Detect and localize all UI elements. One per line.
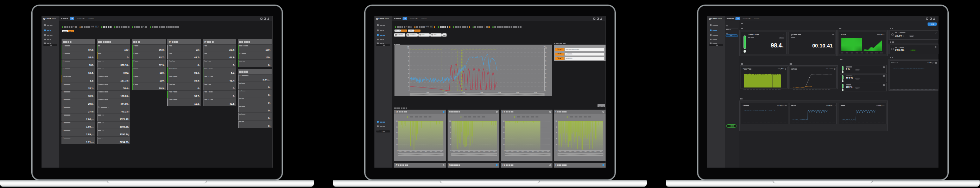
- svg-text:16:16: 16:16: [776, 122, 778, 123]
- svg-text:60: 60: [396, 132, 398, 134]
- svg-text:60: 60: [450, 132, 451, 134]
- svg-text:02:17: 02:17: [846, 122, 848, 123]
- svg-text:12:00: 12:00: [812, 89, 815, 90]
- svg-text:18:33: 18:33: [878, 122, 880, 123]
- svg-text:20:00: 20:00: [825, 89, 827, 90]
- svg-text:15:00: 15:00: [865, 52, 868, 54]
- svg-text:90: 90: [408, 52, 409, 53]
- svg-text:40: 40: [396, 138, 398, 139]
- svg-text:16:00: 16:00: [818, 89, 821, 90]
- svg-text:0600: 0600: [574, 151, 576, 153]
- svg-text:14:00: 14:00: [766, 89, 768, 90]
- svg-text:18:00: 18:00: [870, 52, 873, 54]
- svg-text:0900: 0900: [584, 151, 587, 153]
- svg-text:1200: 1200: [542, 151, 544, 153]
- svg-text:12:42: 12:42: [917, 89, 920, 90]
- svg-text:21:00: 21:00: [875, 52, 878, 54]
- svg-text:20:50: 20:50: [882, 122, 884, 123]
- svg-text:0150: 0150: [506, 151, 509, 153]
- svg-text:04:34: 04:34: [901, 89, 904, 90]
- svg-text:30: 30: [545, 77, 546, 79]
- svg-text:02:17: 02:17: [796, 122, 799, 123]
- svg-text:40: 40: [545, 73, 546, 74]
- svg-text:14:59: 14:59: [772, 122, 774, 123]
- svg-text:0450: 0450: [570, 151, 571, 153]
- svg-text:06:51: 06:51: [756, 122, 758, 123]
- svg-text:10: 10: [545, 86, 546, 87]
- svg-text:06:00: 06:00: [803, 89, 805, 90]
- svg-text:0150: 0150: [453, 151, 455, 153]
- svg-text:0900: 0900: [532, 151, 534, 153]
- svg-text:40: 40: [450, 138, 451, 139]
- svg-text:0450: 0450: [463, 151, 465, 153]
- svg-text:00:00: 00:00: [743, 89, 746, 90]
- svg-text:1200: 1200: [488, 151, 490, 153]
- svg-text:14:59: 14:59: [870, 122, 872, 123]
- svg-text:00:00: 00:00: [880, 52, 883, 54]
- svg-text:40: 40: [408, 73, 409, 74]
- svg-text:60: 60: [556, 132, 558, 134]
- svg-text:06:51: 06:51: [804, 122, 807, 123]
- svg-text:10:25: 10:25: [913, 89, 916, 90]
- svg-text:06:00: 06:00: [851, 52, 853, 54]
- svg-text:08:08: 08:08: [909, 89, 912, 90]
- svg-text:0150: 0150: [559, 151, 561, 153]
- svg-text:02:17: 02:17: [748, 122, 750, 123]
- svg-text:100: 100: [407, 47, 409, 49]
- svg-text:20: 20: [450, 144, 451, 145]
- svg-text:80: 80: [545, 56, 546, 57]
- svg-text:30: 30: [408, 77, 409, 79]
- svg-text:100: 100: [545, 47, 547, 49]
- svg-text:90: 90: [545, 52, 546, 53]
- svg-text:14:59: 14:59: [921, 89, 924, 90]
- svg-text:100: 100: [556, 120, 557, 122]
- svg-text:18:00: 18:00: [822, 89, 824, 90]
- svg-text:0750: 0750: [473, 151, 476, 153]
- svg-text:18:00: 18:00: [772, 89, 775, 90]
- svg-text:04:34: 04:34: [800, 122, 803, 123]
- svg-text:0300: 0300: [405, 151, 407, 153]
- svg-text:10:25: 10:25: [764, 122, 766, 123]
- svg-text:70: 70: [408, 60, 409, 62]
- svg-text:0300: 0300: [564, 151, 566, 153]
- svg-text:08:00: 08:00: [444, 92, 447, 93]
- svg-text:20: 20: [408, 82, 409, 83]
- svg-text:04:34: 04:34: [752, 122, 754, 123]
- svg-text:0600: 0600: [415, 151, 417, 153]
- svg-text:10:25: 10:25: [862, 122, 864, 123]
- svg-text:18:33: 18:33: [780, 122, 782, 123]
- svg-text:16:16: 16:16: [874, 122, 876, 123]
- svg-text:08:08: 08:08: [760, 122, 762, 123]
- svg-text:04:00: 04:00: [426, 92, 429, 93]
- svg-text:60: 60: [503, 132, 504, 134]
- svg-text:12:42: 12:42: [816, 122, 819, 123]
- svg-text:08:08: 08:08: [858, 122, 861, 123]
- svg-text:22:00: 22:00: [778, 89, 781, 90]
- svg-text:24:00: 24:00: [516, 92, 519, 93]
- svg-text:1350: 1350: [547, 151, 549, 153]
- svg-text:06:00: 06:00: [753, 89, 756, 90]
- svg-text:16:16: 16:16: [925, 89, 928, 90]
- svg-text:0450: 0450: [517, 151, 519, 153]
- svg-text:20: 20: [503, 144, 504, 145]
- svg-text:00:00: 00:00: [792, 122, 795, 123]
- svg-text:18:33: 18:33: [829, 122, 831, 123]
- svg-text:00:00: 00:00: [842, 122, 844, 123]
- svg-text:1050: 1050: [537, 151, 539, 153]
- svg-text:16:00: 16:00: [480, 92, 483, 93]
- svg-text:06:51: 06:51: [905, 89, 907, 90]
- svg-text:0600: 0600: [468, 151, 470, 153]
- svg-text:02:00: 02:00: [796, 89, 799, 90]
- svg-text:02:00: 02:00: [747, 89, 749, 90]
- svg-text:00:00: 00:00: [893, 89, 896, 90]
- svg-text:1350: 1350: [600, 151, 602, 153]
- svg-text:100: 100: [503, 120, 504, 122]
- svg-text:12:42: 12:42: [865, 122, 868, 123]
- svg-text:12:42: 12:42: [767, 122, 770, 123]
- svg-text:20: 20: [545, 82, 546, 83]
- svg-text:20:00: 20:00: [775, 89, 778, 90]
- svg-text:50: 50: [408, 69, 409, 70]
- svg-text:20: 20: [556, 144, 558, 145]
- svg-text:10:00: 10:00: [759, 89, 762, 90]
- svg-text:100: 100: [449, 120, 451, 122]
